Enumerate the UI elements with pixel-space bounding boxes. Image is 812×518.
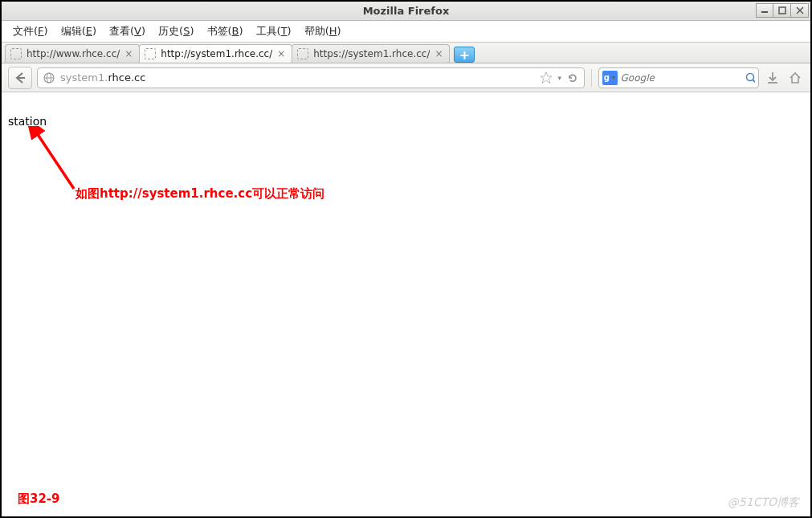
tab-close-icon[interactable]: ×: [433, 48, 444, 59]
search-input[interactable]: [621, 72, 741, 84]
menu-tools[interactable]: 工具(T): [250, 22, 298, 40]
window-title: Mozilla Firefox: [2, 5, 810, 17]
window-controls: [756, 3, 809, 18]
svg-point-8: [746, 73, 753, 80]
close-button[interactable]: [791, 3, 809, 18]
menu-view[interactable]: 查看(V): [103, 22, 152, 40]
tab-favicon-placeholder-icon: [297, 48, 308, 59]
menu-edit[interactable]: 编辑(E): [55, 22, 103, 40]
menu-file[interactable]: 文件(F): [6, 22, 55, 40]
svg-rect-1: [779, 7, 785, 14]
tab-bar: http://www.rhce.cc/ × http://system1.rhc…: [2, 42, 810, 63]
close-icon: [796, 6, 804, 14]
navigation-toolbar: system1.rhce.cc ▾ g: [2, 63, 810, 92]
maximize-button[interactable]: [773, 3, 791, 18]
search-icon[interactable]: [745, 71, 755, 84]
url-bar[interactable]: system1.rhce.cc ▾: [37, 67, 585, 88]
menu-bar: 文件(F) 编辑(E) 查看(V) 历史(S) 书签(B) 工具(T) 帮助(H…: [2, 21, 810, 42]
tab-close-icon[interactable]: ×: [275, 48, 287, 59]
search-bar[interactable]: g: [598, 67, 759, 88]
minimize-icon: [761, 6, 769, 14]
minimize-button[interactable]: [756, 3, 773, 18]
search-engine-selector[interactable]: g: [602, 71, 618, 85]
menu-bookmarks[interactable]: 书签(B): [201, 22, 250, 40]
home-button[interactable]: [786, 69, 804, 87]
tab-label: http://www.rhce.cc/: [27, 48, 120, 59]
back-button[interactable]: [8, 67, 32, 89]
maximize-icon: [778, 6, 786, 14]
tab-1[interactable]: http://system1.rhce.cc/ ×: [139, 44, 292, 63]
toolbar-separator: [591, 69, 592, 87]
url-right-icons: ▾: [540, 71, 579, 84]
page-body-text: station: [8, 115, 47, 128]
tab-close-icon[interactable]: ×: [123, 48, 134, 59]
globe-icon: [43, 71, 55, 84]
star-icon[interactable]: [540, 71, 553, 84]
home-icon: [788, 71, 802, 85]
menu-help[interactable]: 帮助(H): [298, 22, 348, 40]
tab-2[interactable]: https://system1.rhce.cc/ ×: [292, 44, 450, 63]
svg-line-9: [753, 80, 755, 83]
tab-label: https://system1.rhce.cc/: [313, 48, 430, 59]
window-titlebar: Mozilla Firefox: [2, 2, 810, 21]
annotation-text: 如图http://system1.rhce.cc可以正常访问: [75, 186, 324, 202]
figure-label: 图32-9: [18, 491, 60, 507]
page-content: station: [3, 92, 809, 515]
back-arrow-icon: [13, 71, 27, 85]
new-tab-button[interactable]: +: [454, 47, 475, 63]
url-text: system1.rhce.cc: [60, 71, 535, 84]
tab-label: http://system1.rhce.cc/: [161, 48, 272, 59]
refresh-icon[interactable]: [566, 71, 579, 84]
tab-0[interactable]: http://www.rhce.cc/ ×: [5, 44, 140, 63]
dropdown-icon[interactable]: ▾: [557, 74, 561, 82]
tab-favicon-placeholder-icon: [10, 48, 22, 59]
menu-history[interactable]: 历史(S): [152, 22, 200, 40]
tab-favicon-placeholder-icon: [145, 48, 156, 59]
download-icon: [765, 71, 780, 85]
downloads-button[interactable]: [764, 69, 781, 87]
watermark-text: @51CTO博客: [728, 496, 799, 510]
